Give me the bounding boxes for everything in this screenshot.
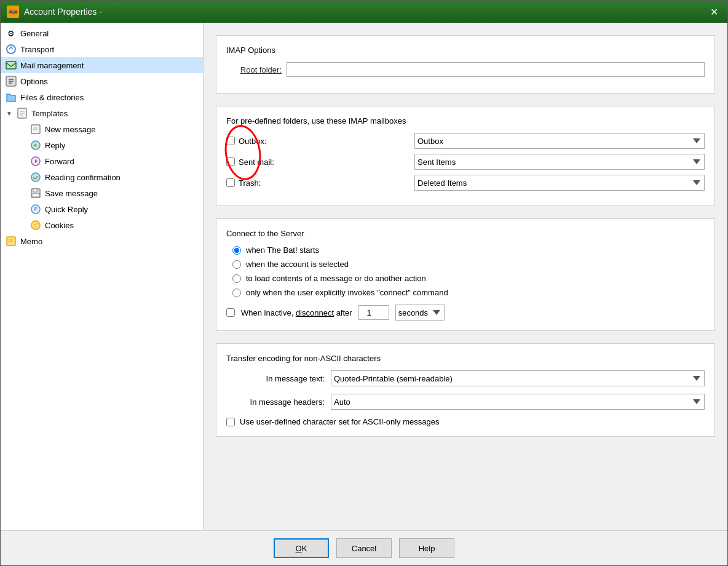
ascii-label: Use user-defined character set for ASCII…	[240, 417, 439, 426]
connect-radio-group: when The Bat! starts when the account is…	[226, 245, 705, 297]
sidebar-label-quick-reply: Quick Reply	[45, 205, 198, 214]
connect-start-radio[interactable]	[232, 246, 241, 255]
sent-mail-label: Sent mail:	[239, 157, 274, 167]
sidebar-item-reply[interactable]: Reply	[1, 137, 203, 153]
connect-selected-radio[interactable]	[232, 260, 241, 269]
trash-left: Trash:	[226, 178, 411, 188]
files-icon	[6, 92, 17, 103]
disconnect-word: disconnect	[296, 308, 334, 317]
sidebar-item-save-message[interactable]: Save message	[1, 185, 203, 201]
svg-point-19	[31, 205, 40, 213]
sidebar-label-files: Files & directories	[20, 93, 198, 102]
quick-reply-icon	[30, 204, 41, 215]
sidebar-item-memo[interactable]: Memo	[1, 233, 203, 249]
sidebar-label-options: Options	[20, 77, 198, 86]
connect-explicit-row: only when the user explicitly invokes "c…	[232, 288, 705, 297]
trash-checkbox[interactable]	[226, 178, 235, 187]
new-message-icon	[30, 124, 41, 135]
outbox-left: Outbox:	[226, 137, 411, 146]
sidebar-item-cookies[interactable]: Cookies	[1, 217, 203, 233]
red-circle-annotation	[221, 122, 264, 182]
cancel-label: Cancel	[352, 544, 376, 553]
svg-rect-1	[6, 62, 16, 69]
svg-point-22	[36, 223, 38, 225]
connect-selected-label: when the account is selected	[246, 260, 349, 269]
connect-load-label: to load contents of a message or do anot…	[246, 274, 426, 283]
ok-label: OK	[296, 544, 307, 553]
help-label: Help	[419, 544, 435, 553]
sidebar-item-general[interactable]: ⚙ General	[1, 25, 203, 41]
svg-rect-10	[31, 125, 40, 134]
sent-mail-checkbox[interactable]	[226, 157, 235, 166]
connect-explicit-label: only when the user explicitly invokes "c…	[246, 288, 448, 297]
content-area: ⚙ General Transport Mail management	[1, 23, 727, 530]
imap-options-title: IMAP Options	[226, 46, 705, 55]
sidebar-label-memo: Memo	[20, 237, 198, 246]
message-headers-row: In message headers: Auto Quoted-Printabl…	[226, 394, 705, 410]
svg-rect-18	[32, 194, 39, 197]
outbox-select[interactable]: Outbox INBOX Sent	[414, 133, 705, 149]
connect-load-radio[interactable]	[232, 274, 241, 283]
ok-button[interactable]: OK	[274, 538, 329, 558]
close-button[interactable]: ✕	[706, 4, 721, 19]
bottom-bar: OK Cancel Help	[1, 530, 727, 565]
templates-expand-arrow: ▼	[6, 110, 13, 117]
inactive-value-input[interactable]	[358, 305, 389, 320]
inactive-label: When inactive, disconnect after	[241, 308, 352, 317]
sidebar-item-mail-management[interactable]: Mail management	[1, 57, 203, 73]
message-text-label: In message text:	[226, 374, 325, 383]
sidebar-label-mail-management: Mail management	[20, 61, 198, 70]
ascii-checkbox[interactable]	[226, 418, 235, 426]
sidebar-item-options[interactable]: Options	[1, 73, 203, 89]
sidebar-item-new-message[interactable]: New message	[1, 121, 203, 137]
help-button[interactable]: Help	[399, 538, 454, 558]
title-bar-left: 🦇 Account Properties -	[7, 6, 102, 18]
message-text-select[interactable]: Quoted-Printable (semi-readable) Base64 …	[331, 370, 705, 386]
outbox-checkbox[interactable]	[226, 137, 235, 145]
connect-section: Connect to the Server when The Bat! star…	[216, 218, 715, 331]
sidebar-label-templates: Templates	[31, 109, 198, 118]
svg-point-20	[31, 221, 40, 229]
sidebar-item-transport[interactable]: Transport	[1, 41, 203, 57]
sidebar-item-quick-reply[interactable]: Quick Reply	[1, 201, 203, 217]
sidebar-label-transport: Transport	[20, 45, 198, 54]
sidebar-label-cookies: Cookies	[45, 221, 198, 230]
memo-icon	[6, 236, 17, 247]
save-message-icon	[30, 188, 41, 199]
root-folder-input[interactable]	[287, 62, 705, 77]
sidebar-item-forward[interactable]: Forward	[1, 153, 203, 169]
window-title: Account Properties -	[24, 7, 102, 17]
sidebar-label-new-message: New message	[45, 125, 198, 134]
connect-start-row: when The Bat! starts	[232, 245, 705, 255]
svg-point-23	[35, 226, 36, 228]
trash-select[interactable]: Deleted Items Trash	[414, 175, 705, 191]
message-headers-select[interactable]: Auto Quoted-Printable Base64	[331, 394, 705, 410]
inactive-checkbox[interactable]	[226, 308, 235, 317]
title-bar: 🦇 Account Properties - ✕	[1, 1, 727, 23]
transport-icon	[6, 44, 17, 55]
app-icon: 🦇	[7, 6, 19, 18]
sidebar-label-forward: Forward	[45, 157, 198, 166]
message-headers-label: In message headers:	[226, 397, 325, 407]
trash-row: Trash: Deleted Items Trash	[226, 175, 705, 191]
options-icon	[6, 76, 17, 87]
connect-start-label: when The Bat! starts	[246, 245, 319, 255]
encoding-section: Transfer encoding for non-ASCII characte…	[216, 343, 715, 437]
sent-mail-left: Sent mail:	[226, 157, 411, 167]
sent-mail-row: Sent mail: Sent Items Sent	[226, 154, 705, 170]
sent-mail-select[interactable]: Sent Items Sent	[414, 154, 705, 170]
svg-point-21	[34, 224, 35, 225]
inactive-unit-select[interactable]: seconds minutes	[395, 305, 445, 321]
connect-load-row: to load contents of a message or do anot…	[232, 274, 705, 283]
sidebar-label-reading-confirmation: Reading confirmation	[45, 173, 198, 182]
left-panel: ⚙ General Transport Mail management	[1, 23, 204, 530]
sidebar-item-reading-confirmation[interactable]: Reading confirmation	[1, 169, 203, 185]
connect-explicit-radio[interactable]	[232, 289, 241, 297]
sidebar-label-save-message: Save message	[45, 189, 198, 198]
cancel-button[interactable]: Cancel	[336, 538, 392, 558]
sidebar-label-reply: Reply	[45, 141, 198, 150]
sidebar-item-templates[interactable]: ▼ Templates	[1, 105, 203, 121]
sidebar-item-files-directories[interactable]: Files & directories	[1, 89, 203, 105]
root-folder-row: Root folder:	[226, 62, 705, 77]
reply-icon	[30, 140, 41, 151]
